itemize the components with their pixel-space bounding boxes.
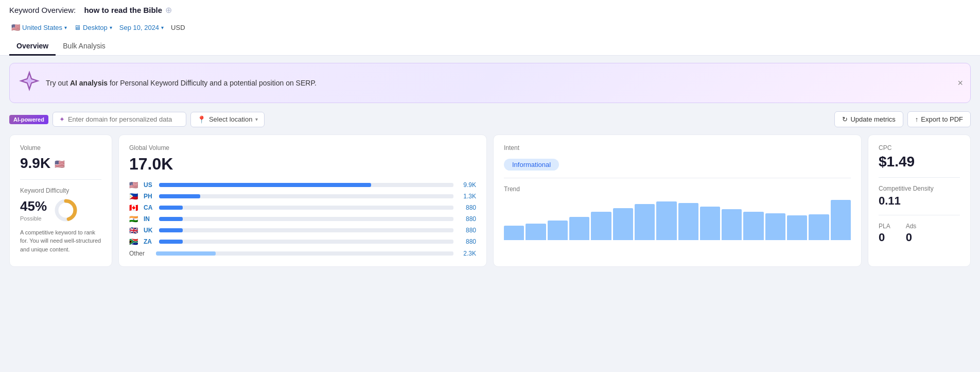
trend-bar xyxy=(656,201,676,240)
country-ph: PH xyxy=(144,193,155,200)
other-val: 2.3K xyxy=(458,250,476,257)
bar-row-ph: 🇵🇭 PH 1.3K xyxy=(129,192,476,200)
page-title: Keyword Overview: how to read the Bible … xyxy=(9,5,971,19)
export-icon: ↑ xyxy=(915,115,919,123)
device-icon: 🖥 xyxy=(74,24,81,31)
ads-label: Ads xyxy=(906,223,917,230)
add-keyword-icon[interactable]: ⊕ xyxy=(165,5,172,15)
intent-section: Intent Informational xyxy=(504,144,851,171)
val-us: 9.9K xyxy=(458,181,476,189)
trend-bars xyxy=(504,199,851,240)
domain-input[interactable] xyxy=(68,115,180,123)
global-volume-value: 17.0K xyxy=(129,155,476,174)
difficulty-note: A competitive keyword to rank for. You w… xyxy=(20,228,101,254)
trend-bar xyxy=(831,200,851,240)
cpc-metrics-card: CPC $1.49 Competitive Density 0.11 PLA 0… xyxy=(868,134,971,267)
ads-item: Ads 0 xyxy=(906,223,917,244)
device-chevron-icon: ▾ xyxy=(110,25,112,30)
country-ca: CA xyxy=(144,204,155,211)
volume-flag: 🇺🇸 xyxy=(55,160,65,168)
donut-wrap: 45% Possible xyxy=(20,197,101,223)
difficulty-label: Keyword Difficulty xyxy=(20,187,101,194)
location-select[interactable]: 📍 Select location ▾ xyxy=(190,112,265,127)
trend-bar xyxy=(635,204,655,240)
ai-banner-icon xyxy=(19,71,40,95)
trend-bar xyxy=(526,224,546,240)
trend-label: Trend xyxy=(504,185,851,193)
pla-ads-row: PLA 0 Ads 0 xyxy=(879,223,960,244)
toolbar: AI-powered ✦ 📍 Select location ▾ ↻ Updat… xyxy=(9,111,971,127)
country-flag: 🇺🇸 xyxy=(11,23,20,31)
country-filter[interactable]: 🇺🇸 United States ▾ xyxy=(9,22,69,32)
volume-label: Volume xyxy=(20,144,101,151)
flag-uk: 🇬🇧 xyxy=(129,226,139,234)
pla-value: 0 xyxy=(879,231,890,244)
device-filter[interactable]: 🖥 Desktop ▾ xyxy=(72,23,114,32)
ai-powered-badge: AI-powered xyxy=(9,115,48,124)
flag-in: 🇮🇳 xyxy=(129,215,139,223)
country-uk: UK xyxy=(144,227,155,234)
trend-section: Trend xyxy=(504,178,851,240)
cpc-value: $1.49 xyxy=(879,154,960,170)
ai-banner-close[interactable]: × xyxy=(957,78,963,88)
update-metrics-button[interactable]: ↻ Update metrics xyxy=(834,111,903,127)
country-chevron-icon: ▾ xyxy=(64,25,67,30)
domain-input-wrap[interactable]: ✦ xyxy=(52,112,186,127)
bar-row-za: 🇿🇦 ZA 880 xyxy=(129,238,476,246)
trend-bar xyxy=(743,212,763,240)
difficulty-sublabel: Possible xyxy=(20,215,47,222)
device-label: Desktop xyxy=(83,24,108,31)
trend-bar xyxy=(678,203,698,240)
country-label: United States xyxy=(22,24,62,31)
date-filter[interactable]: Sep 10, 2024 ▾ xyxy=(117,23,166,32)
svg-marker-1 xyxy=(25,76,34,86)
country-za: ZA xyxy=(144,238,155,245)
difficulty-value: 45% xyxy=(20,198,47,214)
cards-grid: Volume 9.9K 🇺🇸 Keyword Difficulty 45% Po… xyxy=(9,134,971,267)
date-label: Sep 10, 2024 xyxy=(119,24,159,31)
val-za: 880 xyxy=(458,238,476,245)
donut-chart xyxy=(53,197,79,223)
comp-density-label: Competitive Density xyxy=(879,185,960,192)
currency-label: USD xyxy=(171,24,185,31)
val-uk: 880 xyxy=(458,227,476,234)
flag-za: 🇿🇦 xyxy=(129,238,139,246)
global-volume-label: Global Volume xyxy=(129,144,476,151)
flag-us: 🇺🇸 xyxy=(129,181,139,189)
location-chevron-icon: ▾ xyxy=(255,116,258,122)
flag-ph: 🇵🇭 xyxy=(129,192,139,200)
ads-value: 0 xyxy=(906,231,917,244)
trend-bar xyxy=(722,209,742,240)
trend-bar xyxy=(591,212,611,240)
title-keyword: how to read the Bible xyxy=(84,6,162,14)
trend-bar xyxy=(765,213,785,240)
sparkle-icon: ✦ xyxy=(59,115,65,123)
bar-row-in: 🇮🇳 IN 880 xyxy=(129,215,476,223)
trend-bar xyxy=(700,207,720,240)
other-label: Other xyxy=(129,250,152,257)
ai-banner-text: Try out AI analysis for Personal Keyword… xyxy=(46,79,317,87)
cpc-label: CPC xyxy=(879,144,960,151)
location-icon: 📍 xyxy=(197,115,206,124)
refresh-icon: ↻ xyxy=(842,115,848,123)
val-ph: 1.3K xyxy=(458,193,476,200)
country-us: US xyxy=(144,181,155,189)
date-chevron-icon: ▾ xyxy=(161,25,164,30)
country-in: IN xyxy=(144,215,155,223)
pla-label: PLA xyxy=(879,223,890,230)
export-pdf-button[interactable]: ↑ Export to PDF xyxy=(907,111,971,127)
tab-bulk-analysis[interactable]: Bulk Analysis xyxy=(56,38,112,56)
trend-bar xyxy=(787,215,807,240)
val-ca: 880 xyxy=(458,204,476,211)
global-volume-card: Global Volume 17.0K 🇺🇸 US 9.9K 🇵🇭 PH 1.3… xyxy=(118,134,487,267)
title-prefix: Keyword Overview: xyxy=(9,6,76,14)
val-in: 880 xyxy=(458,215,476,223)
intent-label: Intent xyxy=(504,144,851,151)
tabs-row: Overview Bulk Analysis xyxy=(9,38,971,55)
tab-overview[interactable]: Overview xyxy=(9,38,56,56)
trend-bar xyxy=(504,226,524,240)
intent-badge: Informational xyxy=(504,159,559,171)
filters-row: 🇺🇸 United States ▾ 🖥 Desktop ▾ Sep 10, 2… xyxy=(9,19,971,38)
bar-row-uk: 🇬🇧 UK 880 xyxy=(129,226,476,234)
trend-bar xyxy=(548,221,568,240)
